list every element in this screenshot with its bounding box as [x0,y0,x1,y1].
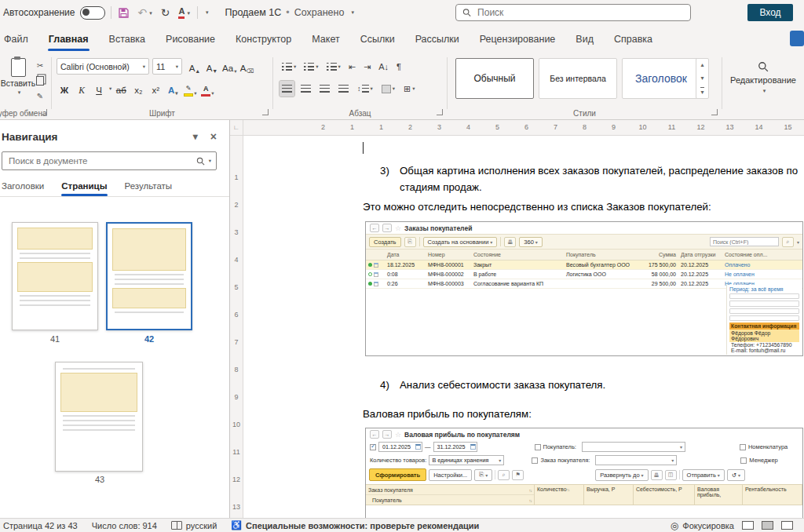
superscript-button[interactable]: х² [148,80,163,97]
sort-icon[interactable] [529,487,532,493]
filter-input[interactable] [729,308,799,314]
styles-gallery-scroll[interactable]: ▴ ▾ ▾ [696,58,709,99]
web-layout-icon[interactable] [781,521,793,530]
back-icon[interactable]: ← [370,224,379,232]
chevron-down-icon[interactable]: ▾ [18,89,21,96]
increase-indent-button[interactable]: ⇥ [361,59,373,75]
date-from-field[interactable] [378,442,422,452]
send-button[interactable]: Отправить▾ [682,469,725,481]
align-center-button[interactable] [298,81,313,97]
profit-table-header[interactable]: Заказ покупателя Покупатель Количество В… [366,484,802,505]
proofing-status[interactable]: русский [171,521,217,530]
editing-group[interactable]: Редактирование ▾ [722,52,804,129]
date-from-input[interactable] [381,443,415,451]
favorite-star-icon[interactable]: ☆ [395,224,401,232]
orders-search-input[interactable] [710,237,779,246]
forward-icon[interactable]: → [382,224,392,232]
font-color-qat-button[interactable]: А ▾ [177,7,191,19]
copy-item-icon[interactable]: ⎘ [404,237,416,247]
period-checkbox[interactable] [370,444,376,450]
nav-search-box[interactable]: ▾ [2,151,217,170]
style-heading[interactable]: Заголовок [622,58,700,99]
font-dialog-launcher-icon[interactable] [262,109,269,115]
contact-name[interactable]: Фёдоров Фёдор Фёдорович [729,330,799,342]
bullets-button[interactable]: ▾ [280,59,298,75]
tab-insert[interactable]: Вставка [99,27,155,52]
clipboard-dialog-launcher-icon[interactable] [41,109,47,115]
undo-dropdown-icon[interactable]: ▾ [149,10,152,16]
print-layout-icon[interactable] [762,521,773,530]
vertical-ruler[interactable]: 12345678910111213 [230,136,243,518]
expand-to-button[interactable]: Развернуть до▾ [595,469,648,481]
period-link[interactable]: Период: за всё время [729,286,799,292]
pay-state-link[interactable]: Не оплачен [722,270,802,279]
style-normal[interactable]: Обычный [455,58,534,99]
pay-state-link[interactable]: Оплачено [722,261,802,269]
nav-close-icon[interactable]: × [210,130,217,143]
styles-dialog-launcher-icon[interactable] [711,109,718,115]
nav-tab-headings[interactable]: Заголовки [2,181,44,196]
order-checkbox[interactable] [532,457,538,464]
generate-button[interactable]: Сформировать [369,468,426,481]
tab-selector[interactable]: ∟ [230,120,243,136]
paragraph-dialog-launcher-icon[interactable] [437,109,443,115]
flag-icon[interactable]: ⚑ [512,470,524,480]
page-thumbnail-42[interactable] [106,222,192,330]
align-left-button[interactable] [280,81,294,97]
page-thumbnail-41[interactable] [12,222,98,330]
chevron-down-icon[interactable]: ▾ [209,158,211,164]
undo-button[interactable]: ↶▾ [136,7,153,18]
text-effects-button[interactable]: А▾ [165,80,181,97]
chevron-down-icon[interactable]: ▾ [187,10,190,16]
date-to-input[interactable] [436,443,470,451]
tab-review[interactable]: Рецензирование [470,27,566,52]
cut-button[interactable]: ✂ [37,61,43,70]
paste-button[interactable]: Вставить ▾ [0,58,36,96]
search-box[interactable] [455,4,691,21]
orders-table-header[interactable]: Дата Номер Состояние Покупатель Сумма Да… [366,250,802,261]
sort-icon[interactable] [567,486,570,492]
search-icon[interactable]: ⌕ [782,237,794,247]
print-icon[interactable]: 🖶 [504,237,516,247]
filter-input[interactable] [729,315,799,321]
customer-select[interactable]: ▾ [582,442,685,452]
line-spacing-button[interactable]: ↕▾ [355,81,375,97]
show-marks-button[interactable]: ¶ [394,59,404,75]
tab-design[interactable]: Конструктор [225,27,302,52]
autosave-toggle[interactable] [80,6,105,20]
font-family-select[interactable]: Calibri (Основной) ▾ [57,58,149,75]
tab-layout[interactable]: Макет [302,27,349,52]
search-input[interactable] [476,6,684,19]
refresh-button[interactable]: ↺▾ [727,469,745,481]
chevron-down-icon[interactable]: ▾ [351,9,354,16]
tab-home[interactable]: Главная [38,27,99,52]
bold-button[interactable]: Ж [57,80,72,97]
document-page[interactable]: 3) Общая картина исполнения всех заказов… [243,136,804,518]
report-variants-button[interactable]: ⎘▾ [474,469,492,481]
save-button[interactable] [117,8,130,18]
tab-references[interactable]: Ссылки [350,27,405,52]
chevron-down-icon[interactable]: ▾ [176,64,178,70]
page-thumbnail-43[interactable] [55,362,143,472]
back-icon[interactable]: ← [370,430,379,439]
grow-font-button[interactable]: А▲ [187,58,203,75]
search-icon[interactable]: ⌕ [498,470,510,480]
font-color-button[interactable]: А ▾ [199,80,215,97]
date-to-field[interactable] [433,442,477,452]
justify-button[interactable] [336,81,351,97]
underline-button[interactable]: Ч [91,80,107,97]
tab-view[interactable]: Вид [565,27,604,52]
tab-mailings[interactable]: Рассылки [405,27,470,52]
read-mode-icon[interactable] [742,521,754,530]
nav-search-input[interactable] [7,155,193,166]
create-button[interactable]: Создать [369,237,401,247]
copy-button[interactable] [36,76,44,86]
accessibility-status[interactable]: ♿ Специальные возможности: проверьте рек… [231,520,479,530]
align-right-button[interactable] [317,81,332,97]
horizontal-ruler[interactable]: 2112345678910111213141516 [243,120,804,136]
subscript-button[interactable]: х₂ [130,80,146,97]
preview-icon[interactable]: ◫ [665,470,677,480]
order-row[interactable]: 0:08 МФН8-000002 В работе Логистика ООО … [366,270,802,279]
customer-checkbox[interactable] [535,444,541,450]
gallery-up-icon[interactable]: ▴ [700,61,704,68]
